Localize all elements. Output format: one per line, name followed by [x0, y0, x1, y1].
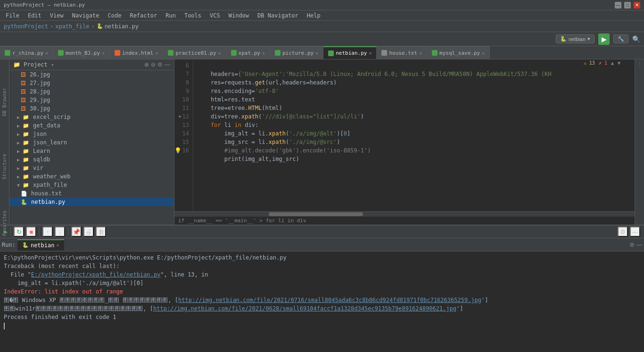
tree-item-get_data[interactable]: ▶📁get_data [9, 121, 174, 130]
tab-icon-practice01-py [168, 50, 173, 56]
pin-button[interactable]: 📌 [71, 226, 82, 237]
tab-close-index-html[interactable]: ✕ [155, 50, 158, 56]
line-numbers: 6 7 8 9 10 11 ▶12 13 14 15 💡16 [174, 59, 193, 211]
expand-all-button[interactable]: ⊕ [144, 61, 149, 68]
menu-item-db-navigator[interactable]: DB Navigator [254, 11, 302, 20]
profile-dropdown-icon: ▾ [587, 36, 590, 42]
tab-house-txt[interactable]: house.txt✕ [377, 46, 427, 59]
print-button[interactable]: 🖨 [83, 226, 94, 237]
bottom-settings-button[interactable]: ⚙ [629, 242, 635, 248]
tree-item-json_learn[interactable]: ▶📁json_learn [9, 138, 174, 147]
editor-hints: ⚠ 13 ✗ 1 ▲ ▼ [584, 60, 620, 66]
tab-close-netbian-py[interactable]: ✕ [369, 50, 372, 56]
folder-arrow-excel_scrip: ▶ [17, 115, 20, 120]
tab-icon-house-txt [381, 50, 387, 56]
minimize-button[interactable]: — [615, 2, 621, 8]
tree-item-vir[interactable]: ▶📁vir [9, 164, 174, 172]
menu-item-navigate[interactable]: Navigate [68, 11, 103, 20]
url-link[interactable]: http://img.netbian.com/file/2021/0628/sm… [153, 305, 456, 312]
close-sidebar-button[interactable]: — [165, 61, 170, 68]
run-tab-close[interactable]: ✕ [56, 243, 59, 248]
tab-close-xpat-py[interactable]: ✕ [262, 50, 265, 56]
menu-item-tools[interactable]: Tools [181, 11, 205, 20]
breadcrumb-filename: netbian.py [105, 23, 139, 30]
bottom-close-button[interactable]: — [636, 242, 642, 248]
left-sidebar: DB Browser Structure Favorites [0, 59, 9, 225]
right-sidebar-icon[interactable]: ⋮ [637, 61, 642, 67]
tab-r_china-py[interactable]: r_china.py✕ [0, 46, 53, 59]
tree-item-Learn[interactable]: ▶📁Learn [9, 147, 174, 155]
menu-item-help[interactable]: Help [303, 11, 324, 20]
tab-close-month_BJ-py[interactable]: ✕ [102, 50, 105, 56]
clear-output-button[interactable]: 🗑 [96, 226, 106, 237]
url-link[interactable]: http://img.netbian.com/file/2021/0716/sm… [178, 297, 481, 303]
horizontal-scrollbar[interactable] [174, 211, 635, 216]
tree-item-house-txt[interactable]: 📄house.txt [9, 189, 174, 198]
tree-item-json[interactable]: ▶📁json [9, 130, 174, 138]
collapse-all-button[interactable]: ⊖ [151, 61, 156, 68]
settings-button[interactable]: ⚙ [157, 61, 163, 68]
stop-button[interactable]: ■ [26, 226, 36, 237]
tree-item-27-jpg[interactable]: 🖼27.jpg [9, 79, 174, 87]
tab-close-practice01-py[interactable]: ✕ [218, 50, 221, 56]
build-button[interactable]: 🔧 [613, 34, 628, 43]
code-container: 6 7 8 9 10 11 ▶12 13 14 15 💡16 headers={… [174, 59, 635, 211]
run-output[interactable]: E:\pythonProject\vir\venv\Scripts\python… [0, 251, 644, 352]
settings-run-button[interactable]: ⚙ [618, 226, 628, 237]
breadcrumb-folder[interactable]: xpath_file [55, 23, 89, 30]
code-content[interactable]: headers={'User-Agent':'Mozilla/5.0 (Linu… [193, 59, 635, 211]
tab-close-picture-py[interactable]: ✕ [315, 50, 318, 56]
rerun-button[interactable]: ↻ [14, 226, 24, 237]
tab-netbian-py[interactable]: netbian.py✕ [323, 46, 377, 59]
warn-icon-16: 💡 [174, 146, 182, 155]
folder-icon: 📁 [23, 140, 29, 146]
bottom-tab-run[interactable]: 🐍 netbian ✕ [17, 239, 64, 251]
tab-close-mysql_save-py[interactable]: ✕ [482, 50, 485, 56]
tree-item-29-jpg[interactable]: 🖼29.jpg [9, 96, 174, 104]
tree-item-28-jpg[interactable]: 🖼28.jpg [9, 87, 174, 96]
tree-item-weather_web[interactable]: ▶📁weather_web [9, 172, 174, 181]
scroll-up-btn[interactable]: ▲ [611, 60, 614, 66]
menu-item-refactor[interactable]: Refactor [126, 11, 161, 20]
tab-picture-py[interactable]: picture.py✕ [270, 46, 323, 59]
tab-close-r_china-py[interactable]: ✕ [45, 50, 48, 56]
tab-xpat-py[interactable]: xpat.py✕ [226, 46, 270, 59]
tree-item-name: 27.jpg [30, 80, 50, 86]
menu-item-edit[interactable]: Edit [24, 11, 45, 20]
close-button[interactable]: ✕ [634, 2, 640, 8]
menu-item-window[interactable]: Window [225, 11, 253, 20]
menu-item-code[interactable]: Code [104, 11, 125, 20]
menu-item-view[interactable]: View [46, 11, 67, 20]
folder-arrow-vir: ▶ [17, 166, 20, 171]
tab-mysql_save-py[interactable]: mysql_save.py✕ [427, 46, 490, 59]
profile-selector[interactable]: 🐍 netbian ▾ [556, 34, 594, 43]
window-controls: — □ ✕ [615, 2, 640, 8]
tree-item-26-jpg[interactable]: 🖼26.jpg [9, 70, 174, 79]
menu-item-run[interactable]: Run [162, 11, 180, 20]
tab-index-html[interactable]: index.html✕ [110, 46, 163, 59]
tab-practice01-py[interactable]: practice01.py✕ [163, 46, 226, 59]
tab-month_BJ-py[interactable]: month_BJ.py✕ [53, 46, 110, 59]
scrollbar-thumb[interactable] [269, 212, 363, 216]
tree-item-sqldb[interactable]: ▶📁sqldb [9, 155, 174, 164]
tree-item-xpath_file[interactable]: ▼📁xpath_file [9, 181, 174, 189]
breadcrumb-project[interactable]: pythonProject [4, 23, 48, 30]
menu-item-vcs[interactable]: VCS [206, 11, 224, 20]
maximize-button[interactable]: □ [624, 2, 631, 8]
run-button[interactable]: ▶ [598, 34, 610, 45]
scroll-down-btn[interactable]: ▼ [618, 60, 620, 66]
search-button[interactable]: 🔍 [632, 35, 640, 43]
tab-close-house-txt[interactable]: ✕ [419, 50, 422, 56]
scroll-up-output-button[interactable]: ↑ [42, 226, 53, 237]
output-line-4: IndexError: list index out of range [4, 287, 640, 296]
fold-icon-12[interactable]: ▶ [179, 112, 182, 121]
close-run-button[interactable]: — [630, 226, 640, 237]
tree-item-30-jpg[interactable]: 🖼30.jpg [9, 104, 174, 113]
tree-item-excel_scrip[interactable]: ▶📁excel_scrip [9, 113, 174, 121]
file-link[interactable]: E:/pythonProject/xpath_file/netbian.py [31, 271, 161, 278]
menu-item-file[interactable]: File [2, 11, 23, 20]
scroll-down-output-button[interactable]: ↓ [55, 226, 65, 237]
breadcrumb-sep2: › [91, 23, 94, 30]
tree-item-netbian-py[interactable]: 🐍netbian.py [9, 198, 174, 206]
tab-icon-xpat-py [231, 50, 237, 56]
